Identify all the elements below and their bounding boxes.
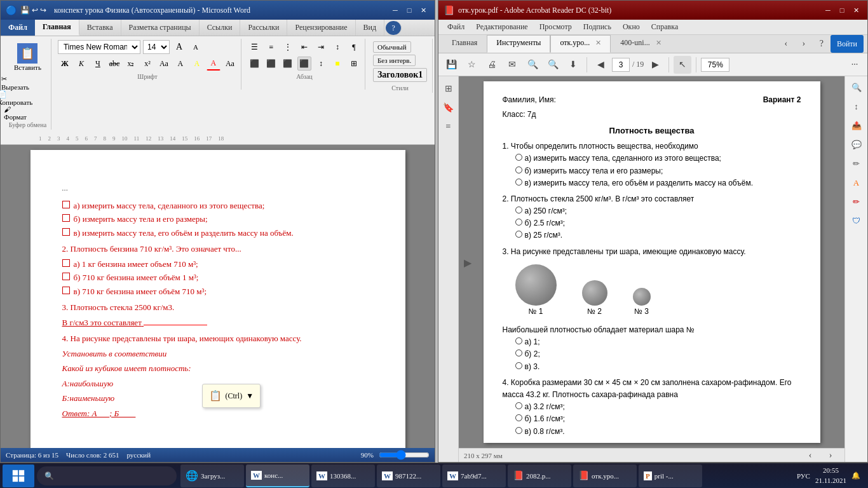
tab-tools[interactable]: Инструменты (487, 35, 550, 53)
right-fill-button[interactable]: ✏ (848, 155, 865, 173)
bookmark-tool-button[interactable]: ☆ (463, 56, 480, 74)
paste-popup[interactable]: 📋 (Ctrl) ▼ (202, 384, 261, 408)
taskbar-item-ppt[interactable]: P pril -... (639, 464, 702, 487)
save-tool-button[interactable]: 💾 (442, 56, 460, 74)
minimize-button[interactable]: ─ (389, 4, 402, 16)
collapse-panel-button[interactable]: ▶ (464, 256, 471, 268)
acrobat-maximize-button[interactable]: □ (836, 4, 848, 16)
scroll-left-button[interactable]: ‹ (801, 447, 819, 463)
justify-button[interactable]: ⬛ (297, 57, 311, 71)
bullets-button[interactable]: ☰ (248, 40, 262, 54)
right-zoom-in-button[interactable]: 🔍 (848, 79, 865, 97)
zoom-slider[interactable] (379, 450, 430, 460)
right-edit-button[interactable]: ✏ (848, 193, 865, 211)
word-doc-container[interactable]: ... а) измерить массу тела, сделанного и… (1, 145, 435, 448)
undo-quick-icon[interactable]: ↩ (32, 6, 38, 15)
email-tool-button[interactable]: ✉ (503, 56, 521, 74)
tab-mailings[interactable]: Рассылки (240, 20, 287, 36)
more-tools-button[interactable]: ··· (846, 56, 864, 74)
right-protect-button[interactable]: 🛡 (848, 212, 865, 230)
taskbar-item-word2[interactable]: W 130368... (311, 464, 375, 487)
help-button[interactable]: ? (813, 35, 831, 53)
italic-button[interactable]: К (74, 57, 88, 71)
scroll-right-button[interactable]: › (822, 447, 839, 463)
sort-button[interactable]: ↕ (330, 40, 344, 54)
tab-pdf1[interactable]: отк.уро... ✕ (550, 35, 611, 53)
tab-view[interactable]: Вид (356, 20, 385, 36)
page-number-input[interactable] (612, 58, 630, 72)
clear-format-button[interactable]: Aa (157, 57, 171, 71)
format-painter-button[interactable]: 🖌 Формат (8, 106, 22, 120)
bookmarks-panel-button[interactable]: 🔖 (440, 99, 457, 116)
redo-quick-icon[interactable]: ↪ (40, 6, 46, 15)
paste-popup-arrow[interactable]: ▼ (246, 390, 254, 402)
layers-panel-button[interactable]: ≡ (440, 118, 457, 135)
font-name-select[interactable]: Times New Roman (58, 40, 140, 54)
start-button[interactable] (3, 464, 34, 487)
tab-back-button[interactable]: ‹ (777, 35, 795, 53)
zoom-out-tool-button[interactable]: 🔍 (544, 56, 562, 74)
next-page-button[interactable]: ▶ (646, 56, 664, 74)
subscript-button[interactable]: x₂ (124, 57, 138, 71)
tab-help[interactable]: ? (386, 21, 402, 35)
right-scroll-button[interactable]: ↕ (848, 98, 865, 116)
tab-references[interactable]: Ссылки (200, 20, 241, 36)
copy-button[interactable]: 📄 Копировать (8, 91, 22, 105)
download-tool-button[interactable]: ⬇ (564, 56, 582, 74)
signin-button[interactable]: Войти (831, 35, 864, 53)
tab-page-layout[interactable]: Разметка страницы (121, 20, 200, 36)
increase-indent-button[interactable]: ⇥ (314, 40, 328, 54)
taskbar-item-acrobat1[interactable]: 📕 2082.p... (508, 464, 571, 487)
style-normal[interactable]: Обычный (373, 41, 411, 53)
shrink-font-button[interactable]: A (189, 40, 203, 54)
notifications-icon[interactable]: 🔔 (851, 471, 860, 480)
numbering-button[interactable]: ≡ (264, 40, 278, 54)
font-size-select[interactable]: 14 (143, 40, 170, 54)
print-tool-button[interactable]: 🖨 (483, 56, 501, 74)
change-case-button[interactable]: Aa (223, 57, 237, 71)
style-h1[interactable]: Заголовок1 (373, 68, 427, 82)
tab-home[interactable]: Главная (442, 35, 487, 53)
shading-button[interactable]: ■ (330, 57, 344, 71)
pages-panel-button[interactable]: ⊞ (440, 80, 457, 97)
superscript-button[interactable]: x² (140, 57, 154, 71)
maximize-button[interactable]: □ (403, 4, 416, 16)
cursor-tool-button[interactable]: ↖ (674, 56, 691, 74)
show-formatting-button[interactable]: ¶ (347, 40, 361, 54)
zoom-input[interactable] (701, 58, 729, 72)
menu-file[interactable]: Файл (442, 21, 470, 33)
tab-insert[interactable]: Вставка (79, 20, 121, 36)
menu-sign[interactable]: Подпись (578, 21, 616, 33)
taskbar-item-word1[interactable]: W конс... (246, 464, 309, 487)
tab-pdf2-close[interactable]: ✕ (656, 39, 661, 46)
align-center-button[interactable]: ⬛ (264, 57, 278, 71)
strikethrough-button[interactable]: abc (107, 57, 121, 71)
tab-forward-button[interactable]: › (795, 35, 813, 53)
tab-file[interactable]: Файл (1, 20, 35, 36)
taskbar-search-input[interactable] (37, 466, 177, 485)
bold-button[interactable]: Ж (58, 57, 72, 71)
style-no-spacing[interactable]: Без интерв. (373, 55, 416, 66)
taskbar-item-edge[interactable]: 🌐 Загруз... (180, 464, 244, 487)
tab-pdf1-close[interactable]: ✕ (595, 39, 601, 46)
tab-review[interactable]: Рецензирование (287, 20, 355, 36)
zoom-in-tool-button[interactable]: 🔍 (524, 56, 541, 74)
menu-edit[interactable]: Редактирование (471, 21, 532, 33)
paste-button[interactable]: 📋 Вставить (8, 40, 47, 74)
cut-button[interactable]: ✂ Вырезать (8, 76, 22, 90)
right-share-button[interactable]: 📤 (848, 117, 865, 135)
borders-button[interactable]: ⊞ (347, 57, 361, 71)
grow-font-button[interactable]: A (172, 40, 186, 54)
menu-window[interactable]: Окно (618, 21, 645, 33)
right-highlight-button[interactable]: A (848, 174, 865, 192)
close-button[interactable]: ✕ (417, 4, 430, 16)
align-left-button[interactable]: ⬛ (248, 57, 262, 71)
font-color-button[interactable]: A (207, 57, 220, 71)
taskbar-item-word3[interactable]: W 987122... (377, 464, 440, 487)
tab-pdf2[interactable]: 400-uni... ✕ (611, 35, 670, 53)
align-right-button[interactable]: ⬛ (281, 57, 295, 71)
prev-page-button[interactable]: ◀ (592, 56, 609, 74)
right-comment-button[interactable]: 💬 (848, 136, 865, 154)
line-spacing-button[interactable]: ↕ (314, 57, 328, 71)
tab-home[interactable]: Главная (35, 20, 79, 36)
